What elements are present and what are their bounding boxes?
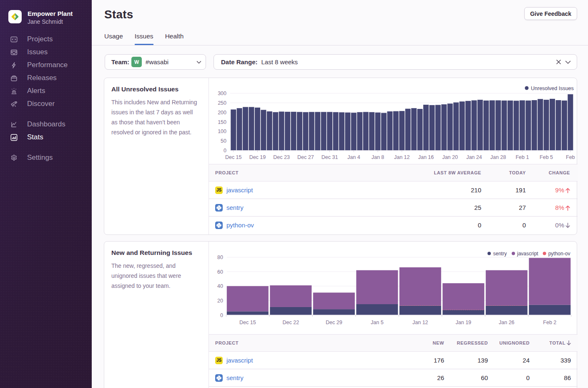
svg-text:20: 20: [217, 298, 223, 304]
svg-text:Dec 23: Dec 23: [273, 154, 290, 160]
svg-text:Feb: Feb: [566, 154, 575, 160]
svg-text:Feb 1: Feb 1: [515, 154, 529, 160]
svg-text:Jan 20: Jan 20: [442, 154, 458, 160]
svg-text:javascript: javascript: [517, 251, 538, 257]
svg-text:300: 300: [218, 91, 226, 96]
svg-text:Unresolved Issues: Unresolved Issues: [531, 86, 574, 91]
svg-text:100: 100: [218, 128, 226, 134]
svg-text:150: 150: [218, 119, 226, 125]
svg-text:Feb 2: Feb 2: [543, 320, 556, 325]
svg-text:Feb 5: Feb 5: [540, 154, 553, 160]
svg-text:60: 60: [217, 269, 223, 275]
svg-text:Jan 5: Jan 5: [371, 320, 384, 325]
svg-text:Dec 29: Dec 29: [326, 320, 342, 325]
svg-text:Dec 31: Dec 31: [322, 154, 338, 160]
svg-text:0: 0: [220, 312, 223, 318]
svg-text:Dec 27: Dec 27: [297, 154, 314, 160]
svg-text:0: 0: [224, 148, 226, 154]
svg-text:Jan 8: Jan 8: [372, 154, 384, 160]
svg-text:Jan 16: Jan 16: [418, 154, 434, 160]
svg-text:Dec 15: Dec 15: [239, 320, 256, 325]
svg-text:40: 40: [217, 283, 223, 289]
svg-text:sentry: sentry: [493, 251, 507, 257]
svg-text:250: 250: [218, 100, 226, 106]
svg-text:Jan 4: Jan 4: [347, 154, 360, 160]
svg-text:Jan 12: Jan 12: [394, 154, 410, 160]
svg-text:Jan 26: Jan 26: [499, 320, 515, 325]
svg-text:Jan 24: Jan 24: [466, 154, 482, 160]
svg-text:Dec 15: Dec 15: [225, 154, 242, 160]
svg-text:Jan 12: Jan 12: [412, 320, 428, 325]
svg-text:Jan 28: Jan 28: [490, 154, 506, 160]
svg-text:80: 80: [217, 254, 223, 260]
svg-text:200: 200: [218, 110, 226, 116]
svg-text:Dec 19: Dec 19: [249, 154, 266, 160]
svg-text:Jan 19: Jan 19: [456, 320, 472, 325]
svg-text:50: 50: [221, 138, 226, 144]
svg-text:Dec 22: Dec 22: [282, 320, 299, 325]
svg-text:python-ov: python-ov: [548, 251, 570, 257]
